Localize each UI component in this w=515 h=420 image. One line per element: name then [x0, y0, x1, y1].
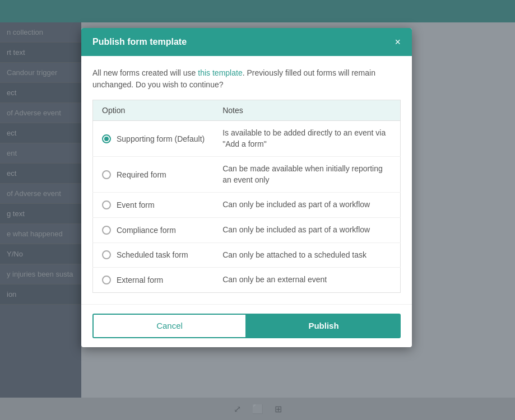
option-label-0: Supporting form (Default) [117, 134, 205, 143]
option-cell[interactable]: Compliance form [93, 217, 214, 242]
option-cell[interactable]: Scheduled task form [93, 242, 214, 268]
option-cell[interactable]: External form [93, 268, 214, 293]
table-row[interactable]: Event form Can only be included as part … [93, 193, 401, 218]
notes-cell: Can only be included as part of a workfl… [214, 193, 400, 218]
option-label-1: Required form [117, 170, 166, 179]
option-cell[interactable]: Required form [93, 157, 214, 193]
notes-cell: Is available to be added directly to an … [214, 121, 400, 157]
table-row[interactable]: Scheduled task form Can only be attached… [93, 242, 401, 268]
modal-title: Publish form template [92, 37, 187, 47]
modal-footer: Cancel Publish [81, 304, 412, 347]
notes-column-header: Notes [214, 100, 400, 121]
table-header-row: Option Notes [93, 100, 401, 121]
publish-button[interactable]: Publish [247, 314, 401, 338]
option-label-4: Scheduled task form [117, 250, 188, 259]
option-cell[interactable]: Event form [93, 193, 214, 218]
modal-header: Publish form template × [81, 28, 412, 56]
cancel-button[interactable]: Cancel [92, 314, 247, 338]
option-cell[interactable]: Supporting form (Default) [93, 121, 214, 157]
notes-cell: Can only be attached to a scheduled task [214, 242, 400, 268]
modal-close-button[interactable]: × [395, 37, 401, 47]
option-label-5: External form [117, 276, 163, 284]
table-row[interactable]: Required form Can be made available when… [93, 157, 401, 193]
radio-btn-4[interactable] [102, 250, 111, 259]
option-column-header: Option [93, 100, 214, 121]
radio-btn-2[interactable] [102, 200, 111, 209]
radio-btn-1[interactable] [102, 170, 111, 179]
template-link: this template [198, 68, 242, 77]
option-label-2: Event form [117, 200, 155, 209]
notes-cell: Can only be an external event [214, 268, 400, 293]
modal-description: All new forms created will use this temp… [92, 67, 401, 91]
table-row[interactable]: Compliance form Can only be included as … [93, 217, 401, 242]
modal-body: All new forms created will use this temp… [81, 56, 412, 304]
notes-cell: Can only be included as part of a workfl… [214, 217, 400, 242]
option-label-3: Compliance form [117, 226, 176, 235]
publish-modal: Publish form template × All new forms cr… [81, 28, 412, 347]
radio-btn-0[interactable] [102, 134, 111, 143]
notes-cell: Can be made available when initially rep… [214, 157, 400, 193]
table-row[interactable]: External form Can only be an external ev… [93, 268, 401, 293]
table-row[interactable]: Supporting form (Default) Is available t… [93, 121, 401, 157]
radio-btn-3[interactable] [102, 226, 111, 235]
options-table: Option Notes Supporting form (Default) I… [92, 100, 401, 293]
radio-btn-5[interactable] [102, 276, 111, 284]
